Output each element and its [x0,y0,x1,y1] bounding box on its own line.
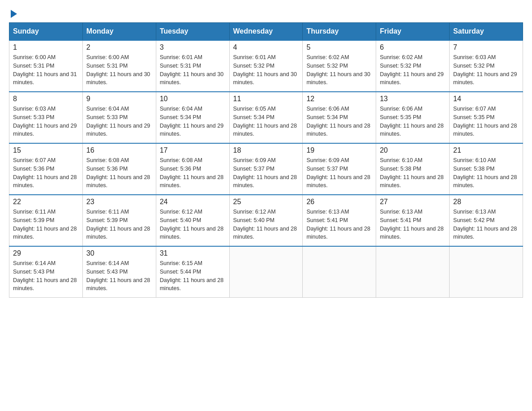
calendar-table: SundayMondayTuesdayWednesdayThursdayFrid… [9,22,523,298]
day-info: Sunrise: 6:06 AM Sunset: 5:35 PM Dayligh… [380,105,446,138]
calendar-cell: 29 Sunrise: 6:14 AM Sunset: 5:43 PM Dayl… [9,246,83,298]
sunrise-label: Sunrise: 6:10 AM [453,157,496,163]
day-number: 12 [306,95,372,103]
calendar-cell: 25 Sunrise: 6:12 AM Sunset: 5:40 PM Dayl… [229,195,303,246]
day-info: Sunrise: 6:09 AM Sunset: 5:37 PM Dayligh… [233,156,299,190]
calendar-week-1: 1 Sunrise: 6:00 AM Sunset: 5:31 PM Dayli… [9,40,523,92]
daylight-label: Daylight: 11 hours and 30 minutes. [160,71,223,86]
day-number: 19 [306,146,372,154]
day-info: Sunrise: 6:08 AM Sunset: 5:36 PM Dayligh… [160,156,226,190]
day-info: Sunrise: 6:10 AM Sunset: 5:38 PM Dayligh… [380,156,446,190]
day-info: Sunrise: 6:10 AM Sunset: 5:38 PM Dayligh… [453,156,519,190]
day-number: 20 [380,146,446,154]
sunrise-label: Sunrise: 6:06 AM [380,106,422,112]
calendar-week-2: 8 Sunrise: 6:03 AM Sunset: 5:33 PM Dayli… [9,92,523,143]
calendar-cell: 22 Sunrise: 6:11 AM Sunset: 5:39 PM Dayl… [9,195,83,246]
sunrise-label: Sunrise: 6:07 AM [453,106,496,112]
sunset-label: Sunset: 5:32 PM [380,63,421,69]
day-number: 25 [233,198,299,206]
day-number: 26 [306,198,372,206]
day-info: Sunrise: 6:00 AM Sunset: 5:31 PM Dayligh… [86,53,152,87]
calendar-week-5: 29 Sunrise: 6:14 AM Sunset: 5:43 PM Dayl… [9,246,523,298]
day-number: 10 [160,95,226,103]
daylight-label: Daylight: 11 hours and 30 minutes. [86,71,150,86]
daylight-label: Daylight: 11 hours and 29 minutes. [13,123,77,137]
logo-arrow-icon [11,10,17,18]
sunrise-label: Sunrise: 6:04 AM [86,106,129,112]
daylight-label: Daylight: 11 hours and 28 minutes. [233,174,297,189]
sunset-label: Sunset: 5:40 PM [160,217,201,223]
day-info: Sunrise: 6:12 AM Sunset: 5:40 PM Dayligh… [233,208,299,241]
logo [9,9,17,15]
calendar-cell: 13 Sunrise: 6:06 AM Sunset: 5:35 PM Dayl… [376,92,450,143]
day-of-week-thursday: Thursday [303,23,376,41]
day-of-week-wednesday: Wednesday [229,23,303,41]
calendar-cell: 18 Sunrise: 6:09 AM Sunset: 5:37 PM Dayl… [229,143,303,195]
calendar-cell [450,246,523,298]
calendar-cell: 9 Sunrise: 6:04 AM Sunset: 5:33 PM Dayli… [82,92,156,143]
day-number: 9 [86,95,152,103]
sunrise-label: Sunrise: 6:11 AM [86,209,129,215]
calendar-cell: 28 Sunrise: 6:13 AM Sunset: 5:42 PM Dayl… [450,195,523,246]
day-info: Sunrise: 6:02 AM Sunset: 5:32 PM Dayligh… [380,53,446,87]
daylight-label: Daylight: 11 hours and 28 minutes. [306,226,370,240]
daylight-label: Daylight: 11 hours and 28 minutes. [86,277,150,292]
sunset-label: Sunset: 5:32 PM [453,63,494,69]
sunset-label: Sunset: 5:31 PM [13,63,54,69]
sunset-label: Sunset: 5:38 PM [380,166,421,172]
daylight-label: Daylight: 11 hours and 29 minutes. [160,123,223,137]
sunrise-label: Sunrise: 6:06 AM [306,106,349,112]
sunset-label: Sunset: 5:34 PM [233,114,275,120]
calendar-cell: 23 Sunrise: 6:11 AM Sunset: 5:39 PM Dayl… [82,195,156,246]
calendar-cell: 21 Sunrise: 6:10 AM Sunset: 5:38 PM Dayl… [450,143,523,195]
day-info: Sunrise: 6:15 AM Sunset: 5:44 PM Dayligh… [160,259,226,293]
calendar-cell: 10 Sunrise: 6:04 AM Sunset: 5:34 PM Dayl… [156,92,229,143]
day-number: 7 [453,43,519,51]
day-number: 28 [453,198,519,206]
day-number: 30 [86,249,152,257]
sunset-label: Sunset: 5:39 PM [13,217,54,223]
daylight-label: Daylight: 11 hours and 28 minutes. [306,174,370,189]
sunrise-label: Sunrise: 6:00 AM [13,54,56,60]
day-info: Sunrise: 6:04 AM Sunset: 5:33 PM Dayligh… [86,105,152,138]
daylight-label: Daylight: 11 hours and 28 minutes. [453,123,517,137]
sunrise-label: Sunrise: 6:08 AM [86,157,129,163]
sunrise-label: Sunrise: 6:01 AM [160,54,202,60]
day-number: 11 [233,95,299,103]
daylight-label: Daylight: 11 hours and 28 minutes. [233,226,297,240]
calendar-cell: 2 Sunrise: 6:00 AM Sunset: 5:31 PM Dayli… [82,40,156,92]
calendar-cell: 26 Sunrise: 6:13 AM Sunset: 5:41 PM Dayl… [303,195,376,246]
daylight-label: Daylight: 11 hours and 28 minutes. [160,277,223,292]
day-number: 24 [160,198,226,206]
calendar-cell: 31 Sunrise: 6:15 AM Sunset: 5:44 PM Dayl… [156,246,229,298]
day-number: 17 [160,146,226,154]
calendar-week-4: 22 Sunrise: 6:11 AM Sunset: 5:39 PM Dayl… [9,195,523,246]
calendar-cell: 6 Sunrise: 6:02 AM Sunset: 5:32 PM Dayli… [376,40,450,92]
day-number: 3 [160,43,226,51]
sunset-label: Sunset: 5:34 PM [306,114,348,120]
sunrise-label: Sunrise: 6:07 AM [13,157,56,163]
day-info: Sunrise: 6:04 AM Sunset: 5:34 PM Dayligh… [160,105,226,138]
sunset-label: Sunset: 5:32 PM [233,63,275,69]
day-of-week-friday: Friday [376,23,450,41]
sunrise-label: Sunrise: 6:02 AM [306,54,349,60]
sunrise-label: Sunrise: 6:09 AM [233,157,276,163]
sunset-label: Sunset: 5:32 PM [306,63,348,69]
daylight-label: Daylight: 11 hours and 28 minutes. [380,226,443,240]
calendar-cell: 1 Sunrise: 6:00 AM Sunset: 5:31 PM Dayli… [9,40,83,92]
day-number: 5 [306,43,372,51]
sunset-label: Sunset: 5:44 PM [160,269,201,275]
sunset-label: Sunset: 5:41 PM [306,217,348,223]
day-number: 21 [453,146,519,154]
daylight-label: Daylight: 11 hours and 29 minutes. [380,71,443,86]
day-number: 8 [13,95,79,103]
sunset-label: Sunset: 5:43 PM [13,269,54,275]
calendar-cell: 30 Sunrise: 6:14 AM Sunset: 5:43 PM Dayl… [82,246,156,298]
day-number: 27 [380,198,446,206]
day-number: 22 [13,198,79,206]
sunrise-label: Sunrise: 6:02 AM [380,54,422,60]
sunrise-label: Sunrise: 6:08 AM [160,157,202,163]
calendar-cell: 24 Sunrise: 6:12 AM Sunset: 5:40 PM Dayl… [156,195,229,246]
day-info: Sunrise: 6:06 AM Sunset: 5:34 PM Dayligh… [306,105,372,138]
day-of-week-saturday: Saturday [450,23,523,41]
